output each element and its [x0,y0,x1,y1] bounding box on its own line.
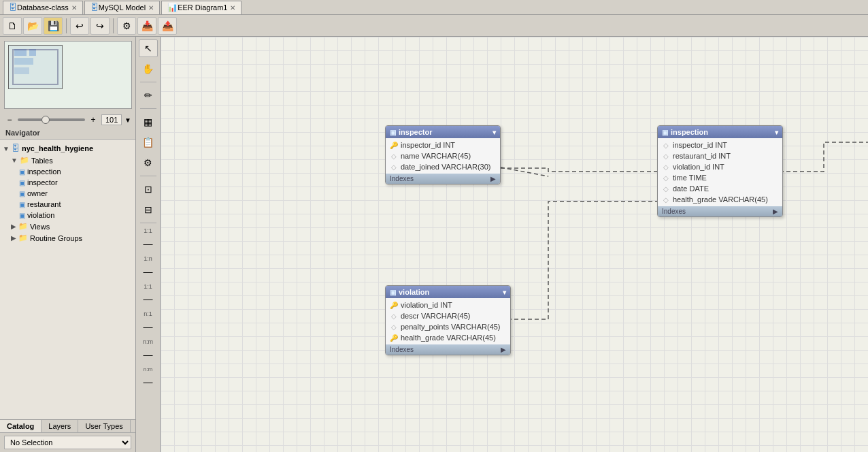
table-violation[interactable]: ▣ violation ▾ 🔑 violation_id INT ◇ descr… [385,285,511,355]
table-inspector[interactable]: ▣ inspector ▾ 🔑 inspector_id INT ◇ name … [385,125,501,184]
rel-nm2-button[interactable]: — [139,373,158,391]
tree-views-section[interactable]: ▶ 📁 Views [0,221,135,232]
field-inspector-id: 🔑 inspector_id INT [386,140,500,150]
folder-icon: 📁 [18,222,28,231]
tab-close[interactable]: ✕ [230,4,235,12]
tab-catalog[interactable]: Catalog [0,420,41,432]
diagram-area[interactable]: ▣ inspector ▾ 🔑 inspector_id INT ◇ name … [161,37,868,452]
zoom-in-button[interactable]: + [88,114,99,125]
folder-icon: 📁 [20,156,29,165]
views-label: Views [30,223,50,231]
field-violation-id: 🔑 violation_id INT [386,300,510,310]
mini-map[interactable] [4,41,132,109]
properties-button[interactable]: ⚙ [117,17,136,35]
tree-table-owner[interactable]: ▣ owner [0,188,135,199]
rel-1-1b-button[interactable]: — [139,290,158,308]
table-tool[interactable]: ▦ [139,113,158,131]
diamond-icon: ◇ [662,196,670,204]
tab-close[interactable]: ✕ [71,4,77,12]
tab-close[interactable]: ✕ [148,4,154,12]
table-violation-body: 🔑 violation_id INT ◇ descr VARCHAR(45) ◇… [386,298,510,344]
table-violation-header: ▣ violation ▾ [386,286,510,298]
table-name: restaurant [27,200,61,208]
zoom-slider[interactable] [18,118,85,121]
rel-tool-2[interactable]: ⊟ [139,201,158,219]
tree-table-inspector[interactable]: ▣ inspector [0,177,135,188]
save-button[interactable]: 💾 [44,17,63,35]
redo-button[interactable]: ↪ [90,17,110,35]
rel-label-1-nb: n:1 [144,310,152,318]
routine-tool[interactable]: ⚙ [139,154,158,172]
rel-label-nm2: n:m [144,366,152,373]
open-button[interactable]: 📂 [23,17,42,35]
pk-icon: 🔑 [390,142,398,149]
rel-label-1-1: 1:1 [144,227,152,235]
navigator-label[interactable]: Navigator [0,127,135,140]
eer-icon: 📊 [167,3,178,12]
main-layout: − + 101 ▼ Navigator ▼ 🗄 nyc_health_hygie… [0,37,868,452]
violation-indexes-label: Indexes [390,346,414,353]
table-inspection-footer[interactable]: Indexes ▶ [658,206,782,216]
zoom-thumb [41,116,50,124]
inspector-indexes-label: Indexes [390,175,414,182]
tab-layers[interactable]: Layers [41,420,78,432]
zoom-value[interactable]: 101 [101,114,122,125]
field-val: time TIME [673,174,707,182]
tree-routine-groups-section[interactable]: ▶ 📁 Routine Groups [0,232,135,244]
rel-tool-1[interactable]: ⊡ [139,180,158,198]
tree-table-restaurant[interactable]: ▣ restaurant [0,199,135,210]
pan-tool[interactable]: ✋ [139,60,158,78]
indexes-expand[interactable]: ▶ [490,175,496,182]
table-violation-expand[interactable]: ▾ [503,289,506,296]
field-inspector-date: ◇ date_joined VARCHAR(30) [386,161,500,172]
draw-tool[interactable]: ✏ [139,86,158,104]
field-violation-health-grade: 🔑 health_grade VARCHAR(45) [386,332,510,343]
tree-tables-section[interactable]: ▼ 📁 Tables [0,155,135,166]
import-button[interactable]: 📥 [137,17,156,35]
view-tool[interactable]: 📋 [139,133,158,151]
expand-icon: ▶ [11,223,16,230]
field-inspection-health-grade: ◇ health_grade VARCHAR(45) [658,194,782,205]
table-inspection-expand[interactable]: ▾ [775,129,778,136]
undo-button[interactable]: ↩ [70,17,89,35]
table-inspector-expand[interactable]: ▾ [493,129,496,136]
field-inspection-date: ◇ date DATE [658,183,782,194]
diamond-icon: ◇ [390,152,398,160]
table-inspection[interactable]: ▣ inspection ▾ ◇ inspector_id INT ◇ rest… [657,125,783,217]
select-tool[interactable]: ↖ [139,39,158,57]
routine-groups-label: Routine Groups [30,234,82,242]
table-inspection-header: ▣ inspection ▾ [658,126,782,138]
tree-table-violation[interactable]: ▣ violation [0,210,135,221]
field-violation-descr: ◇ descr VARCHAR(45) [386,310,510,321]
field-inspection-violation-id: ◇ violation_id INT [658,161,782,172]
tab-database-class[interactable]: 🗄 Database-class ✕ [3,1,83,14]
tab-user-types[interactable]: User Types [78,420,130,432]
rel-1-nb-button[interactable]: — [139,318,158,336]
new-button[interactable]: 🗋 [3,17,22,35]
field-val: inspector_id INT [673,141,727,149]
table-inspector-footer[interactable]: Indexes ▶ [386,174,500,184]
export-button[interactable]: 📤 [158,17,177,35]
field-val: descr VARCHAR(45) [401,312,471,320]
field-val: violation_id INT [673,163,724,171]
table-violation-name: violation [399,288,429,296]
tab-mysql-model[interactable]: 🗄 MySQL Model ✕ [84,1,160,14]
table-violation-footer[interactable]: Indexes ▶ [386,344,510,355]
tree-table-inspection[interactable]: ▣ inspection [0,166,135,177]
rel-nm-button[interactable]: — [139,346,158,364]
indexes-expand[interactable]: ▶ [773,208,778,215]
zoom-dropdown[interactable]: ▼ [124,116,131,124]
tab-eer-diagram[interactable]: 📊 EER Diagram1 ✕ [161,1,241,14]
rel-1-1-button[interactable]: — [139,235,158,253]
rel-1-n-button[interactable]: — [139,263,158,280]
table-icon: ▣ [19,201,25,208]
bottom-tabs: Catalog Layers User Types [0,419,135,432]
field-violation-penalty: ◇ penalty_points VARCHAR(45) [386,321,510,332]
selection-dropdown[interactable]: No Selection [4,436,131,449]
zoom-out-button[interactable]: − [4,114,15,125]
indexes-expand[interactable]: ▶ [501,346,506,353]
diamond-icon: ◇ [662,152,670,160]
tree-db-item[interactable]: ▼ 🗄 nyc_health_hygiene [0,142,135,155]
field-val: violation_id INT [401,301,452,309]
zoom-control: − + 101 ▼ [0,113,135,127]
